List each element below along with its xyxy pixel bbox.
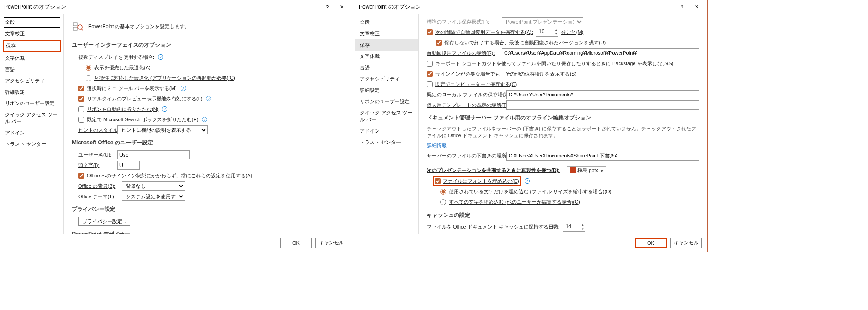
chk-minitoolbar[interactable] xyxy=(78,86,84,91)
sidebar-item-qat[interactable]: クイック アクセス ツール バー xyxy=(0,109,63,127)
chk-autosave-label-a: 次の間隔で自動回復用データを保存する(A): xyxy=(435,29,533,36)
sidebar-item-accessibility[interactable]: アクセシビリティ xyxy=(355,73,418,85)
hint-style-select[interactable]: ヒントに機能の説明を表示する xyxy=(117,125,208,134)
svg-rect-0 xyxy=(73,23,77,26)
local-loc-input[interactable] xyxy=(506,90,699,99)
close-button[interactable]: ✕ xyxy=(334,2,349,13)
chk-embed-fonts[interactable] xyxy=(435,178,441,184)
help-button[interactable]: ? xyxy=(675,2,689,13)
sidebar-item-save[interactable]: 保存 xyxy=(355,39,418,51)
chk-backstage-label: キーボード ショートカットを使ってファイルを開いたり保存したりするときに Bac… xyxy=(435,60,673,67)
initials-input[interactable] xyxy=(117,161,140,170)
office-bg-select[interactable]: 背景なし xyxy=(122,181,185,191)
cancel-button[interactable]: キャンセル xyxy=(315,238,347,248)
privacy-settings-button[interactable]: プライバシー設定... xyxy=(78,217,130,226)
ok-button[interactable]: OK xyxy=(635,238,667,248)
office-theme-label: Office テーマ(T): xyxy=(78,193,119,200)
chk-keep-last[interactable] xyxy=(436,40,442,46)
chk-always-use[interactable] xyxy=(78,173,84,179)
page-headline: PowerPoint の基本オプションを設定します。 xyxy=(88,23,190,30)
section-user: Microsoft Office のユーザー設定 xyxy=(72,139,344,147)
options-sidebar: 全般 文章校正 保存 文字体裁 言語 アクセシビリティ 詳細設定 リボンのユーザ… xyxy=(355,14,419,234)
chk-default-pc[interactable] xyxy=(427,81,433,87)
section-ui: ユーザー インターフェイスのオプション xyxy=(72,41,344,49)
info-icon[interactable]: i xyxy=(181,86,186,91)
details-link[interactable]: 詳細情報 xyxy=(427,142,447,149)
sidebar-item-addins[interactable]: アドイン xyxy=(0,127,63,138)
sidebar-item-save[interactable]: 保存 xyxy=(3,40,61,52)
section-docmgmt: ドキュメント管理サーバー ファイル用のオフライン編集オプション xyxy=(427,114,699,122)
std-format-label: 標準のファイル保存形式(F): xyxy=(427,19,499,25)
ok-button[interactable]: OK xyxy=(280,238,312,248)
radio-display-best[interactable] xyxy=(86,65,91,71)
sidebar-item-advanced[interactable]: 詳細設定 xyxy=(355,85,418,96)
sidebar-item-trust[interactable]: トラスト センター xyxy=(0,138,63,150)
chk-minitoolbar-label: 選択時にミニ ツール バーを表示する(M) xyxy=(87,85,177,92)
server-draft-input[interactable] xyxy=(506,152,699,161)
radio-embed-used-label: 使用されている文字だけを埋め込む (ファイル サイズを縮小する場合)(O) xyxy=(449,188,611,195)
fidelity-file-name: 桜島.pptx xyxy=(577,167,598,174)
sidebar-item-general[interactable]: 全般 xyxy=(3,17,61,28)
std-format-select[interactable]: PowerPoint プレゼンテーション xyxy=(502,17,583,26)
options-icon xyxy=(72,20,84,32)
svg-line-3 xyxy=(81,29,83,30)
multi-display-label: 複数ディスプレイを使用する場合: xyxy=(78,54,154,61)
sidebar-item-language[interactable]: 言語 xyxy=(355,62,418,73)
chk-autosave[interactable] xyxy=(427,29,433,35)
sidebar-item-proofing[interactable]: 文章校正 xyxy=(355,28,418,39)
radio-embed-all[interactable] xyxy=(440,199,446,205)
username-input[interactable] xyxy=(117,150,190,159)
hint-style-label: ヒントのスタイル(R): xyxy=(78,127,114,134)
info-icon[interactable]: i xyxy=(202,117,207,122)
info-icon[interactable]: i xyxy=(162,106,167,112)
radio-embed-used[interactable] xyxy=(440,189,446,195)
cache-days-label: ファイルを Office ドキュメント キャッシュに保持する日数: xyxy=(427,224,560,230)
powerpoint-file-icon xyxy=(570,167,576,173)
info-icon[interactable]: i xyxy=(206,96,211,101)
chk-livepreview[interactable] xyxy=(78,96,84,102)
radio-compat-label: 互換性に対応した最適化 (アプリケーションの再起動が必要)(C) xyxy=(94,75,235,81)
chk-ribbon-collapse[interactable] xyxy=(78,106,84,112)
sidebar-item-ribbon[interactable]: リボンのユーザー設定 xyxy=(355,96,418,107)
docmgmt-note: チェックアウトしたファイルをサーバーの [下書き] に保存することはサポートされ… xyxy=(427,125,699,139)
chk-livepreview-label: リアルタイムのプレビュー表示機能を有効にする(L) xyxy=(87,95,202,102)
template-loc-input[interactable] xyxy=(506,100,699,110)
autorecover-loc-label: 自動回復用ファイルの場所(R): xyxy=(427,50,499,57)
cache-days-spinner[interactable]: 14 xyxy=(563,223,585,232)
chk-backstage[interactable] xyxy=(427,61,433,67)
radio-embed-all-label: すべての文字を埋め込む (他のユーザーが編集する場合)(C) xyxy=(449,199,580,205)
info-icon[interactable]: i xyxy=(525,178,530,184)
chk-search-collapse[interactable] xyxy=(78,117,84,123)
sidebar-item-typography[interactable]: 文字体裁 xyxy=(0,52,63,64)
sidebar-item-ribbon[interactable]: リボンのユーザー設定 xyxy=(0,98,63,109)
help-button[interactable]: ? xyxy=(320,2,334,13)
sidebar-item-addins[interactable]: アドイン xyxy=(355,125,418,137)
office-bg-label: Office の背景(B): xyxy=(78,183,119,190)
autosave-minutes-spinner[interactable]: 10 xyxy=(536,28,558,37)
options-sidebar: 全般 文章校正 保存 文字体裁 言語 アクセシビリティ 詳細設定 リボンのユーザ… xyxy=(0,14,64,234)
dialog-title: PowerPoint のオプション xyxy=(359,3,675,11)
sidebar-item-proofing[interactable]: 文章校正 xyxy=(0,28,63,39)
info-icon[interactable]: i xyxy=(158,54,163,60)
autorecover-loc-input[interactable] xyxy=(502,48,699,57)
office-theme-select[interactable]: システム設定を使用する xyxy=(122,192,185,201)
svg-rect-1 xyxy=(73,27,77,30)
sidebar-item-typography[interactable]: 文字体裁 xyxy=(355,51,418,62)
sidebar-item-qat[interactable]: クイック アクセス ツール バー xyxy=(355,107,418,125)
chk-always-use-label: Office へのサインイン状態にかかわらず、常にこれらの設定を使用する(A) xyxy=(87,172,252,179)
radio-compat[interactable] xyxy=(86,75,91,81)
chk-autosave-label-b: 分ごと(M) xyxy=(561,29,584,36)
chk-default-pc-label: 既定でコンピューターに保存する(C) xyxy=(435,81,517,88)
sidebar-item-general[interactable]: 全般 xyxy=(355,17,418,28)
sidebar-item-trust[interactable]: トラスト センター xyxy=(355,137,418,148)
sidebar-item-accessibility[interactable]: アクセシビリティ xyxy=(0,75,63,86)
fidelity-file-select[interactable]: 桜島.pptx xyxy=(567,166,606,175)
cancel-button[interactable]: キャンセル xyxy=(670,238,702,248)
chk-ribbon-collapse-label: リボンを自動的に折りたたむ(N) xyxy=(87,106,158,113)
close-button[interactable]: ✕ xyxy=(689,2,704,13)
chk-signin-needed[interactable] xyxy=(427,71,433,77)
sidebar-item-advanced[interactable]: 詳細設定 xyxy=(0,86,63,98)
sidebar-item-language[interactable]: 言語 xyxy=(0,64,63,75)
template-loc-label: 個人用テンプレートの既定の場所(T): xyxy=(427,102,504,109)
dialog-title: PowerPoint のオプション xyxy=(4,3,320,11)
